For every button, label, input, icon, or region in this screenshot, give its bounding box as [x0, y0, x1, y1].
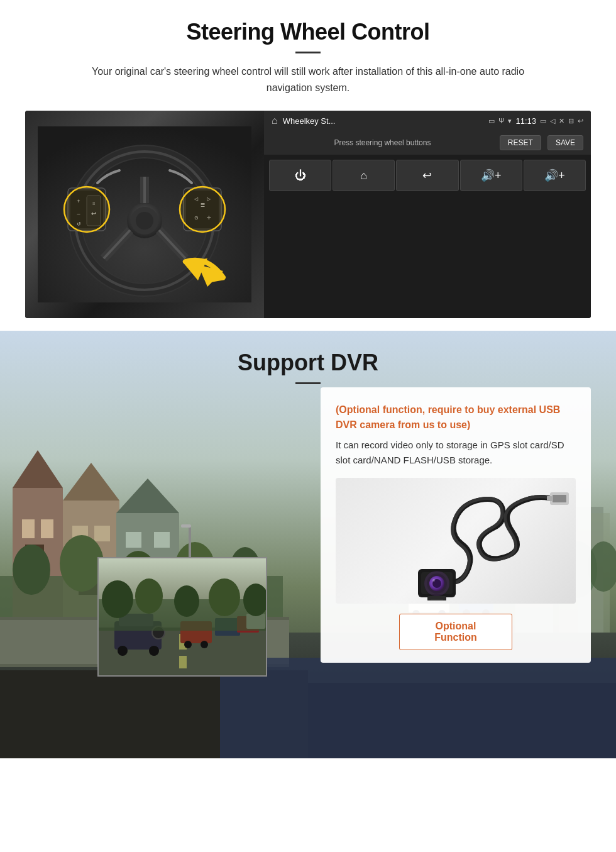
dvr-title-divider: [295, 382, 321, 384]
status-icons: ▭ Ψ ▾ 11:13 ▭ ◁ ✕ ⊟ ↩: [488, 116, 583, 126]
press-label: Press steering wheel buttons: [272, 138, 493, 147]
svg-point-119: [209, 578, 240, 616]
android-statusbar: ⌂ Wheelkey St... ▭ Ψ ▾ 11:13 ▭ ◁ ✕ ⊟ ↩: [264, 111, 591, 131]
nav-back-icon: ↩: [578, 117, 583, 125]
svg-point-118: [174, 585, 199, 617]
svg-point-6: [136, 212, 153, 230]
usb-icon: Ψ: [498, 117, 504, 124]
save-button[interactable]: SAVE: [547, 135, 583, 150]
android-btn-back[interactable]: ↩: [396, 160, 458, 191]
steering-composite-image: + – ↺ ⁞⁞ ↩ ◁ ☰ ▷ ⊙ ✛: [25, 111, 591, 318]
svg-point-107: [149, 646, 159, 656]
svg-point-28: [64, 187, 109, 232]
reset-button[interactable]: RESET: [500, 135, 541, 150]
svg-rect-47: [154, 532, 170, 548]
back-icon: ⊟: [568, 117, 574, 125]
svg-point-117: [135, 578, 163, 614]
status-time: 11:13: [515, 116, 536, 126]
android-btn-vol-down[interactable]: 🔊+: [524, 160, 586, 191]
dvr-title: Support DVR: [0, 331, 616, 376]
dvr-description: It can record video only to storage in G…: [336, 438, 576, 468]
volume-icon: ◁: [550, 117, 555, 125]
title-divider: [295, 52, 321, 53]
svg-rect-86: [220, 658, 616, 758]
optional-function-button[interactable]: Optional Function: [399, 614, 512, 650]
x-icon: ✕: [559, 117, 564, 125]
svg-rect-72: [181, 524, 191, 528]
svg-rect-103: [179, 656, 187, 668]
svg-point-106: [118, 646, 128, 656]
wifi-icon: ▾: [508, 117, 512, 125]
svg-rect-37: [41, 519, 53, 538]
sd-icon: ▭: [488, 117, 495, 125]
steering-wheel-graphic: + – ↺ ⁞⁞ ↩ ◁ ☰ ▷ ⊙ ✛: [38, 126, 251, 302]
svg-rect-98: [431, 599, 443, 600]
svg-rect-42: [94, 526, 110, 541]
android-buttons-grid: ⏻ ⌂ ↩ 🔊+ 🔊+: [264, 155, 591, 196]
svg-point-29: [180, 187, 225, 232]
camera-icon: ▭: [540, 117, 546, 125]
svg-point-49: [13, 545, 50, 595]
steering-wheel-photo: + – ↺ ⁞⁞ ↩ ◁ ☰ ▷ ⊙ ✛: [25, 111, 264, 318]
home-icon: ⌂: [272, 115, 278, 126]
android-btn-power[interactable]: ⏻: [269, 160, 331, 191]
svg-rect-46: [126, 532, 141, 548]
dvr-info-box: (Optional function, require to buy exter…: [321, 387, 591, 663]
dvr-optional-text: (Optional function, require to buy exter…: [336, 402, 576, 433]
android-screen: ⌂ Wheelkey St... ▭ Ψ ▾ 11:13 ▭ ◁ ✕ ⊟ ↩ P…: [264, 111, 591, 318]
svg-point-110: [184, 641, 192, 648]
svg-point-96: [424, 571, 449, 596]
android-btn-vol-up[interactable]: 🔊+: [460, 160, 522, 191]
svg-rect-36: [22, 519, 35, 538]
svg-point-116: [102, 580, 133, 618]
android-toolbar: Press steering wheel buttons RESET SAVE: [264, 131, 591, 155]
steering-section: Steering Wheel Control Your original car…: [0, 0, 616, 331]
dvr-camera-graphic: [336, 481, 575, 600]
svg-rect-88: [553, 495, 566, 502]
dvr-section: Support DVR (Optional function, require …: [0, 331, 616, 758]
steering-subtitle: Your original car's steering wheel contr…: [69, 64, 547, 96]
dvr-preview-box: [97, 557, 267, 677]
steering-title: Steering Wheel Control: [25, 19, 591, 45]
svg-point-111: [201, 641, 208, 648]
dvr-camera-image: [336, 478, 576, 604]
app-name-label: Wheelkey St...: [283, 116, 484, 126]
svg-rect-89: [547, 496, 552, 501]
android-btn-home[interactable]: ⌂: [333, 160, 395, 191]
